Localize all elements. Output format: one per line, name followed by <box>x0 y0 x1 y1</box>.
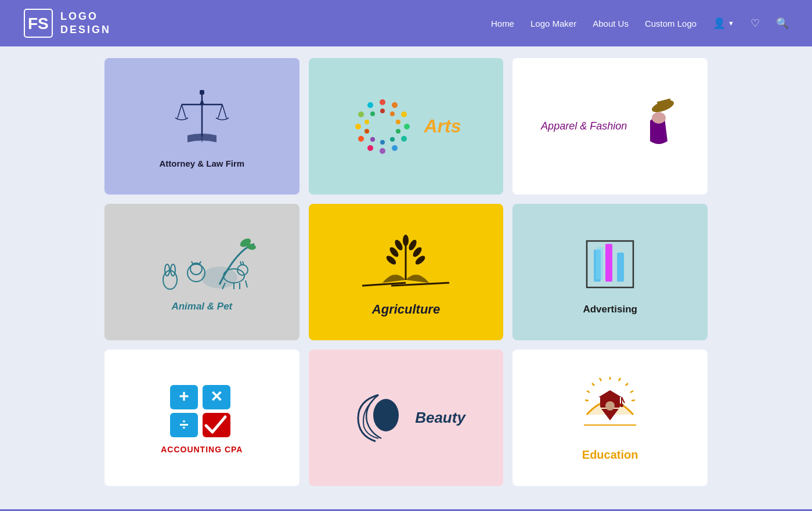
svg-line-83 <box>600 378 601 381</box>
svg-rect-10 <box>200 90 204 95</box>
beauty-logo-icon <box>347 383 410 453</box>
header: FS LOGO DESIGN Home Logo Maker About Us … <box>0 0 812 46</box>
svg-point-26 <box>396 120 400 124</box>
agriculture-logo-icon <box>348 228 464 297</box>
attorney-logo-icon <box>167 84 237 154</box>
svg-marker-8 <box>200 99 204 105</box>
svg-point-22 <box>358 111 364 117</box>
svg-point-25 <box>390 111 395 116</box>
svg-line-86 <box>585 400 589 401</box>
svg-line-84 <box>592 383 594 386</box>
svg-text:✕: ✕ <box>210 388 223 405</box>
svg-point-92 <box>605 401 615 411</box>
education-logo-icon <box>572 374 648 444</box>
user-icon: 👤 <box>713 17 726 30</box>
apparel-label: Apparel & Fashion <box>541 120 627 132</box>
svg-point-15 <box>404 124 410 129</box>
svg-point-90 <box>620 404 623 407</box>
svg-point-24 <box>380 109 385 113</box>
accounting-logo-icon: + ✕ ÷ <box>164 382 240 440</box>
animal-label: Animal & Pet <box>171 301 232 312</box>
attorney-label: Attorney & Law Firm <box>159 159 244 168</box>
svg-line-4 <box>178 105 182 118</box>
svg-marker-88 <box>598 390 622 397</box>
user-menu[interactable]: 👤 ▼ <box>713 17 734 30</box>
nav-custom-logo[interactable]: Custom Logo <box>645 19 696 28</box>
svg-line-6 <box>218 105 222 118</box>
svg-point-20 <box>358 136 364 142</box>
animal-logo-icon <box>144 232 260 296</box>
svg-point-45 <box>165 264 169 276</box>
card-education[interactable]: Education <box>513 350 708 486</box>
search-icon[interactable]: 🔍 <box>776 17 789 30</box>
card-apparel[interactable]: Apparel & Fashion <box>513 58 708 195</box>
nav-logo-maker[interactable]: Logo Maker <box>530 19 576 28</box>
svg-point-23 <box>367 102 373 108</box>
svg-point-28 <box>390 137 395 142</box>
svg-point-46 <box>171 264 175 276</box>
svg-point-18 <box>380 148 385 154</box>
apparel-logo-icon <box>633 95 679 159</box>
brand-name: LOGO DESIGN <box>60 10 111 37</box>
card-beauty[interactable]: Beauty <box>309 350 504 486</box>
arts-label: Arts <box>424 116 461 137</box>
svg-rect-68 <box>617 253 624 282</box>
advertising-label: Advertising <box>583 304 637 315</box>
svg-rect-67 <box>605 244 612 282</box>
nav-home[interactable]: Home <box>491 19 514 28</box>
svg-point-56 <box>403 235 409 246</box>
svg-point-13 <box>392 102 398 108</box>
svg-line-79 <box>619 378 620 381</box>
svg-point-21 <box>355 124 361 129</box>
card-agriculture[interactable]: Agriculture <box>309 204 504 340</box>
svg-line-81 <box>630 391 633 393</box>
svg-text:+: + <box>179 386 189 405</box>
advertising-logo-icon <box>575 229 645 299</box>
chevron-down-icon: ▼ <box>728 20 734 27</box>
svg-point-27 <box>396 129 400 134</box>
card-accounting[interactable]: + ✕ ÷ ACCOUNTING CPA <box>104 350 299 486</box>
card-attorney[interactable]: Attorney & Law Firm <box>104 58 299 195</box>
svg-line-7 <box>222 105 226 118</box>
nav-about-us[interactable]: About Us <box>593 19 629 28</box>
logo-area[interactable]: FS LOGO DESIGN <box>23 8 111 38</box>
accounting-label: ACCOUNTING CPA <box>161 445 243 454</box>
svg-point-29 <box>380 140 385 145</box>
svg-point-40 <box>187 264 205 282</box>
svg-point-14 <box>401 111 407 117</box>
svg-line-80 <box>626 383 628 386</box>
card-advertising[interactable]: Advertising <box>513 204 708 340</box>
svg-point-32 <box>365 120 369 124</box>
arts-logo-icon <box>351 95 414 159</box>
svg-line-82 <box>631 400 635 401</box>
svg-line-85 <box>587 391 590 393</box>
svg-point-77 <box>373 399 399 431</box>
svg-line-5 <box>182 105 186 118</box>
logo-grid-main: Attorney & Law Firm <box>0 46 812 498</box>
svg-point-19 <box>367 145 373 151</box>
main-nav: Home Logo Maker About Us Custom Logo 👤 ▼… <box>491 17 789 30</box>
card-animal[interactable]: Animal & Pet <box>104 204 299 340</box>
svg-text:FS: FS <box>28 15 49 33</box>
beauty-label: Beauty <box>415 409 465 427</box>
svg-rect-69 <box>596 247 603 279</box>
svg-point-31 <box>365 129 369 134</box>
svg-point-16 <box>401 136 407 142</box>
svg-line-54 <box>246 280 247 287</box>
agriculture-label: Agriculture <box>372 302 440 317</box>
education-label: Education <box>582 448 638 462</box>
svg-point-17 <box>392 145 398 151</box>
svg-text:÷: ÷ <box>179 415 188 433</box>
svg-point-39 <box>202 267 237 288</box>
svg-point-36 <box>652 112 666 124</box>
card-arts[interactable]: Arts <box>309 58 504 195</box>
svg-point-30 <box>370 137 375 142</box>
heart-icon[interactable]: ♡ <box>750 17 760 30</box>
logo-grid: Attorney & Law Firm <box>0 46 812 498</box>
svg-point-12 <box>380 99 385 105</box>
brand-logo-icon: FS <box>23 8 53 38</box>
svg-point-33 <box>370 111 375 116</box>
